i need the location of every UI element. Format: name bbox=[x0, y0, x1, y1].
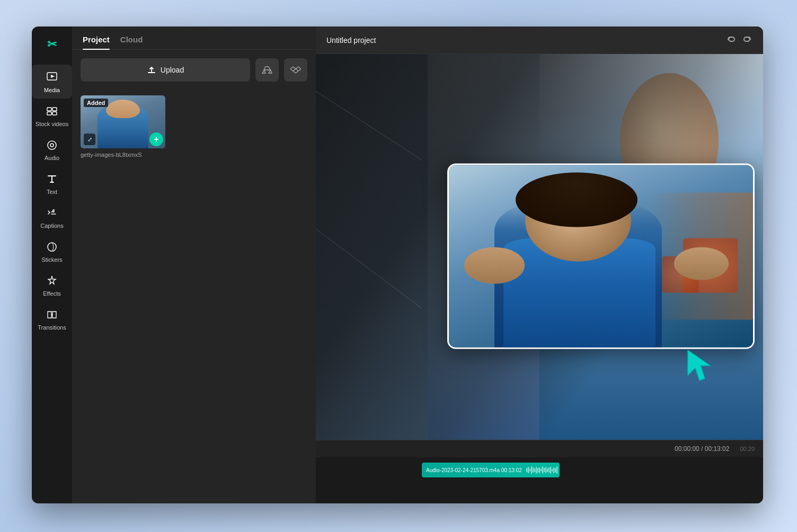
svg-rect-4 bbox=[47, 112, 51, 115]
sidebar-item-transitions-label: Transitions bbox=[38, 324, 66, 331]
editor-header: Untitled project bbox=[316, 26, 763, 54]
audio-duration: 00:13:02 bbox=[501, 467, 522, 473]
sidebar-item-captions[interactable]: A ✦ Captions bbox=[32, 200, 72, 234]
upload-icon bbox=[147, 65, 156, 75]
media-icon bbox=[45, 70, 59, 85]
preview-card bbox=[447, 164, 755, 349]
sidebar-item-text-label: Text bbox=[47, 189, 57, 195]
panel-content: Added ⤢ + getty-images-bL8txmxS bbox=[72, 90, 316, 503]
svg-marker-1 bbox=[51, 75, 55, 78]
svg-point-7 bbox=[50, 144, 54, 147]
sidebar-item-media[interactable]: Media bbox=[32, 65, 72, 99]
timeline-tick: 00:20 bbox=[740, 446, 755, 452]
google-drive-icon bbox=[262, 65, 272, 75]
sidebar: ✂ Media Stock videos bbox=[32, 26, 72, 503]
timeline-area: 00:00:00 / 00:13:02 00:20 Audio-2023-02-… bbox=[316, 440, 763, 503]
waveform bbox=[526, 466, 557, 474]
dropbox-button[interactable] bbox=[284, 58, 307, 82]
tab-project[interactable]: Project bbox=[83, 35, 110, 49]
expand-button[interactable]: ⤢ bbox=[84, 134, 95, 145]
add-to-timeline-button[interactable]: + bbox=[149, 132, 163, 146]
panel-tabs: Project Cloud bbox=[72, 26, 316, 50]
sidebar-item-stickers[interactable]: Stickers bbox=[32, 234, 72, 268]
svg-rect-3 bbox=[52, 108, 57, 111]
transitions-icon bbox=[45, 307, 59, 322]
preview-area bbox=[316, 54, 763, 440]
sidebar-item-effects[interactable]: Effects bbox=[32, 268, 72, 302]
sidebar-item-text[interactable]: Text bbox=[32, 166, 72, 200]
dropbox-icon bbox=[290, 65, 301, 75]
google-drive-button[interactable] bbox=[255, 58, 279, 82]
effects-icon bbox=[45, 273, 59, 288]
app-logo: ✂ bbox=[42, 35, 61, 54]
audio-track-label: Audio-2023-02-24-215703.m4a 00:13:02 bbox=[426, 467, 522, 473]
svg-rect-2 bbox=[47, 108, 51, 111]
sidebar-item-stickers-label: Stickers bbox=[41, 256, 62, 263]
project-title: Untitled project bbox=[326, 36, 376, 45]
cursor-pointer bbox=[684, 348, 715, 387]
panel-actions: Upload bbox=[72, 50, 316, 90]
sidebar-item-effects-label: Effects bbox=[43, 290, 60, 297]
sidebar-item-audio-label: Audio bbox=[45, 155, 59, 161]
sidebar-item-audio[interactable]: Audio bbox=[32, 132, 72, 166]
tab-cloud[interactable]: Cloud bbox=[120, 35, 143, 49]
svg-point-10 bbox=[48, 243, 56, 251]
timeline-tracks: Audio-2023-02-24-215703.m4a 00:13:02 bbox=[316, 457, 763, 503]
sidebar-item-captions-label: Captions bbox=[40, 223, 63, 229]
preview-card-photo bbox=[449, 165, 753, 348]
added-badge: Added bbox=[84, 99, 108, 107]
sidebar-item-stock-videos[interactable]: Stock videos bbox=[32, 99, 72, 132]
svg-point-6 bbox=[48, 141, 56, 149]
sidebar-item-media-label: Media bbox=[44, 87, 60, 93]
media-item[interactable]: Added ⤢ + getty-images-bL8txmxS bbox=[81, 95, 165, 158]
media-item-name: getty-images-bL8txmxS bbox=[81, 152, 165, 158]
timecode: 00:00:00 / 00:13:02 bbox=[675, 445, 729, 453]
undo-button[interactable] bbox=[726, 35, 737, 46]
captions-icon: A ✦ bbox=[45, 206, 59, 220]
stickers-icon bbox=[45, 240, 59, 254]
svg-text:✦: ✦ bbox=[53, 208, 55, 211]
audio-icon bbox=[45, 138, 59, 153]
logo-icon: ✂ bbox=[47, 38, 57, 51]
media-panel: Project Cloud Upload bbox=[72, 26, 316, 503]
audio-track[interactable]: Audio-2023-02-24-215703.m4a 00:13:02 bbox=[422, 463, 763, 477]
media-thumbnail: Added ⤢ + bbox=[81, 95, 165, 148]
sidebar-item-transitions[interactable]: Transitions bbox=[32, 302, 72, 336]
svg-rect-5 bbox=[52, 112, 57, 115]
editor-area: Untitled project bbox=[316, 26, 763, 503]
timeline-header: 00:00:00 / 00:13:02 00:20 bbox=[316, 440, 763, 457]
redo-button[interactable] bbox=[742, 35, 752, 46]
text-icon bbox=[45, 172, 59, 187]
stock-videos-icon bbox=[45, 104, 59, 119]
audio-filename: Audio-2023-02-24-215703.m4a bbox=[426, 467, 500, 473]
upload-button[interactable]: Upload bbox=[81, 58, 250, 82]
upload-label: Upload bbox=[161, 66, 184, 74]
sidebar-item-stock-videos-label: Stock videos bbox=[36, 121, 68, 127]
header-controls bbox=[726, 35, 752, 46]
